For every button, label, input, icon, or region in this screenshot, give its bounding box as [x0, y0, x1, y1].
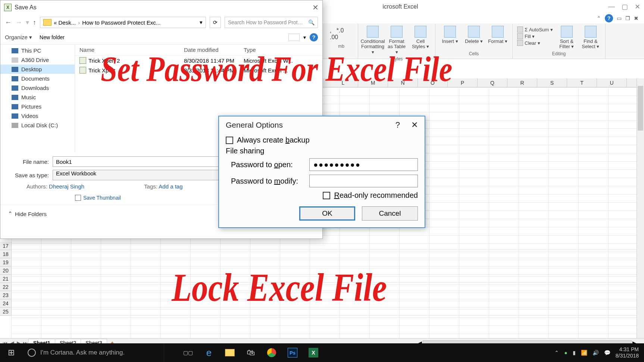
- close-icon[interactable]: ✕: [312, 3, 319, 12]
- col-header[interactable]: R: [507, 78, 537, 87]
- general-options-dialog: General Options ? ✕ Always create backup…: [218, 116, 425, 228]
- cortana-search[interactable]: I'm Cortana. Ask me anything.: [22, 343, 164, 362]
- file-name-label: File name:: [8, 159, 49, 165]
- row-header[interactable]: 25: [0, 308, 11, 316]
- help-icon[interactable]: ?: [310, 33, 318, 41]
- excel-taskbar-icon[interactable]: X: [304, 345, 322, 360]
- save-type-label: Save as type:: [8, 172, 49, 178]
- file-explorer-icon[interactable]: [221, 345, 239, 360]
- readonly-label: Read-only recommended: [334, 191, 418, 200]
- chrome-icon[interactable]: [263, 345, 281, 360]
- annotation-set-password: Set Password For Excel File: [101, 49, 452, 90]
- delete-button[interactable]: Delete ▾: [462, 25, 485, 45]
- tray-volume-icon[interactable]: 🔊: [593, 350, 599, 356]
- row-header[interactable]: 24: [0, 299, 11, 308]
- hide-folders-button[interactable]: ⌃Hide Folders: [8, 210, 47, 217]
- format-button[interactable]: Format ▾: [486, 25, 509, 45]
- find-select-button[interactable]: Find & Select ▾: [579, 25, 602, 50]
- tray-up-icon[interactable]: ⌃: [554, 350, 559, 356]
- tree-item-a360[interactable]: A360 Drive: [0, 55, 75, 65]
- minimize-icon[interactable]: —: [608, 3, 615, 10]
- cell-styles-button[interactable]: Cell Styles ▾: [409, 25, 432, 50]
- row-header[interactable]: 19: [0, 258, 11, 266]
- password-modify-label: Password to modify:: [231, 177, 309, 185]
- annotation-lock-excel: Lock Excel File: [172, 265, 387, 310]
- tree-item-documents[interactable]: Documents: [0, 74, 75, 83]
- tray-battery-icon[interactable]: ▮: [573, 350, 576, 356]
- tree-item-pictures[interactable]: Pictures: [0, 102, 75, 111]
- taskbar-clock[interactable]: 4:31 PM 8/31/2018: [616, 346, 639, 359]
- search-icon: 🔍: [308, 19, 315, 25]
- row-header[interactable]: 22: [0, 283, 11, 291]
- view-dropdown-icon[interactable]: ▾: [303, 34, 306, 40]
- cancel-button[interactable]: Cancel: [362, 206, 418, 221]
- close-icon[interactable]: ✕: [635, 3, 640, 11]
- tree-item-local-disk[interactable]: Local Disk (C:): [0, 121, 75, 130]
- backup-checkbox[interactable]: [226, 137, 233, 144]
- row-header[interactable]: 18: [0, 250, 11, 258]
- row-header[interactable]: 17: [0, 242, 11, 250]
- folder-tree[interactable]: This PC A360 Drive Desktop Documents Dow…: [0, 44, 75, 153]
- autosum-button[interactable]: Σ AutoSum ▾: [517, 26, 553, 32]
- tray-notifications-icon[interactable]: 💬: [604, 350, 610, 356]
- ribbon-min-icon[interactable]: ▭: [617, 15, 622, 21]
- close-icon[interactable]: ✕: [411, 120, 418, 130]
- help-icon[interactable]: ?: [605, 14, 613, 22]
- sort-filter-button[interactable]: Sort & Filter ▾: [555, 25, 578, 50]
- view-mode-icon[interactable]: [288, 34, 300, 41]
- tree-item-videos[interactable]: Videos: [0, 111, 75, 121]
- row-header[interactable]: 20: [0, 266, 11, 275]
- col-header[interactable]: Q: [478, 78, 507, 87]
- col-header[interactable]: S: [537, 78, 567, 87]
- readonly-checkbox[interactable]: [323, 192, 330, 199]
- tree-item-downloads[interactable]: Downloads: [0, 83, 75, 93]
- vertical-scrollbar[interactable]: [637, 78, 644, 338]
- row-header[interactable]: 21: [0, 275, 11, 283]
- refresh-icon[interactable]: ⟳: [210, 17, 221, 28]
- app-title: icrosoft Excel: [382, 3, 418, 10]
- cortana-icon: [28, 349, 36, 357]
- insert-button[interactable]: Insert ▾: [438, 25, 462, 45]
- tree-item-this-pc[interactable]: This PC: [0, 46, 75, 55]
- organize-button[interactable]: Organize ▾: [5, 34, 32, 41]
- folder-icon: [43, 19, 51, 26]
- photoshop-icon[interactable]: Ps: [284, 345, 301, 360]
- ribbon-group-cells: Cells: [469, 50, 479, 57]
- breadcrumb[interactable]: « Desk... › How to Password Protect Exc.…: [40, 17, 206, 28]
- tree-item-music[interactable]: Music: [0, 93, 75, 102]
- tray-sync-icon[interactable]: ●: [564, 350, 567, 356]
- start-button[interactable]: ⊞: [0, 343, 22, 362]
- new-folder-button[interactable]: New folder: [40, 34, 65, 40]
- nav-recent-icon[interactable]: ▾: [26, 18, 29, 26]
- excel-file-icon: [79, 67, 86, 74]
- tags-label: Tags:: [144, 183, 157, 190]
- col-header[interactable]: U: [597, 78, 627, 87]
- taskbar: ⊞ I'm Cortana. Ask me anything. ▢▢ e 🛍 P…: [0, 343, 644, 362]
- save-thumbnail-checkbox[interactable]: [75, 195, 81, 201]
- maximize-icon[interactable]: ▢: [622, 3, 628, 11]
- nav-up-icon[interactable]: ↑: [33, 19, 36, 26]
- nav-forward-icon[interactable]: →: [15, 19, 22, 26]
- edge-icon[interactable]: e: [200, 345, 218, 360]
- tray-wifi-icon[interactable]: 📶: [581, 350, 587, 356]
- authors-value[interactable]: Dheeraj Singh: [49, 183, 84, 190]
- password-open-input[interactable]: [309, 158, 418, 171]
- ribbon-group-editing: Editing: [552, 50, 566, 57]
- nav-back-icon[interactable]: ←: [5, 19, 12, 26]
- password-modify-input[interactable]: [309, 175, 418, 187]
- col-header[interactable]: T: [567, 78, 597, 87]
- row-header[interactable]: 23: [0, 291, 11, 299]
- search-input[interactable]: Search How to Password Prot… 🔍: [225, 17, 318, 28]
- clear-button[interactable]: Clear ▾: [517, 40, 553, 46]
- ribbon-caret-icon[interactable]: ⌃: [597, 15, 601, 21]
- help-icon[interactable]: ?: [396, 120, 400, 130]
- save-thumbnail-label: Save Thumbnail: [83, 195, 121, 201]
- tags-value[interactable]: Add a tag: [159, 183, 182, 190]
- ok-button[interactable]: OK: [299, 206, 355, 221]
- ribbon-restore-icon[interactable]: ❐: [625, 15, 630, 21]
- tree-item-desktop[interactable]: Desktop: [0, 65, 75, 74]
- fill-button[interactable]: Fill ▾: [517, 33, 553, 39]
- store-icon[interactable]: 🛍: [242, 345, 260, 360]
- task-view-icon[interactable]: ▢▢: [179, 345, 197, 360]
- ribbon-close-icon[interactable]: ✖: [634, 15, 638, 21]
